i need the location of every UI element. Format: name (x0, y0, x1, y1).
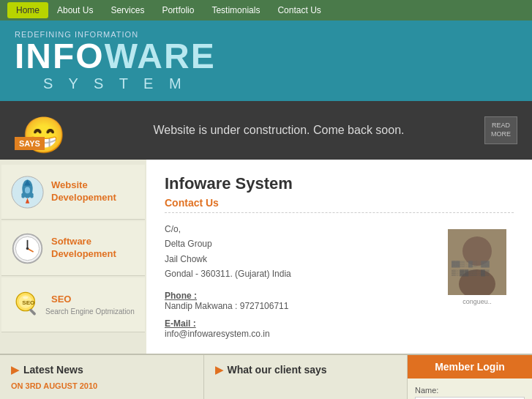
contact-title: Contact Us (165, 197, 514, 213)
svg-rect-4 (30, 193, 34, 198)
logo-area: REDEFINING INFORMATION INFOWARE S Y S T … (15, 30, 216, 92)
seo-icon: SEO (9, 286, 45, 323)
main-info: Infoware System Contact Us C/o, Delta Gr… (146, 160, 532, 354)
banner-emoji-area: SAYS 😁 (15, 105, 73, 156)
nav-contact[interactable]: Contact Us (269, 2, 329, 18)
client-says-title: ▶ What our client says (215, 364, 397, 376)
logo-info: INFO (15, 37, 105, 75)
svg-text:▒░▓▓▒▒░▓▒: ▒░▓▓▒▒░▓▒ (452, 269, 490, 277)
footer: ▶ Latest News ON 3RD AUGUST 2010 ▶ What … (0, 354, 532, 399)
clock-icon (9, 230, 45, 266)
sidebar: WebsiteDevelopement SoftwareDevelopement (0, 160, 146, 354)
svg-point-5 (24, 187, 29, 193)
company-title: Infoware System (165, 174, 514, 193)
name-input[interactable] (415, 397, 525, 399)
nav-testimonials[interactable]: Testimonials (203, 2, 269, 18)
member-login-form: Name: (408, 379, 532, 399)
read-more-button[interactable]: READMORE (484, 116, 517, 143)
sidebar-item-software[interactable]: SoftwareDevelopement (1, 221, 145, 276)
avatar-caption: congueu.. (462, 298, 492, 305)
sidebar-label-website: WebsiteDevelopement (45, 179, 116, 204)
says-tag: SAYS (15, 137, 45, 150)
nav-about[interactable]: About Us (48, 2, 102, 18)
svg-point-11 (26, 247, 29, 250)
logo-main: INFOWARE (15, 39, 216, 74)
client-icon: ▶ (215, 364, 223, 376)
nav-portfolio[interactable]: Portfolio (153, 2, 203, 18)
name-label: Name: (415, 386, 525, 395)
client-says-section: ▶ What our client says (204, 355, 408, 399)
svg-rect-3 (21, 193, 25, 198)
avatar-area: ▓▓▒░▓▒░▓▓ ▒░▓▓▒▒░▓▒ congueu.. (441, 222, 514, 339)
main-content: WebsiteDevelopement SoftwareDevelopement (0, 160, 532, 354)
svg-rect-15 (29, 308, 36, 316)
latest-news-section: ▶ Latest News ON 3RD AUGUST 2010 (0, 355, 204, 399)
nav-services[interactable]: Services (102, 2, 153, 18)
news-date: ON 3RD AUGUST 2010 (11, 381, 192, 390)
rocket-icon (9, 174, 45, 210)
logo-sub: S Y S T E M (15, 75, 216, 92)
sidebar-item-website[interactable]: WebsiteDevelopement (1, 165, 145, 220)
svg-text:SEO: SEO (22, 299, 34, 305)
avatar-image: ▓▓▒░▓▒░▓▓ ▒░▓▓▒▒░▓▒ (448, 229, 506, 295)
member-login-title: Member Login (408, 355, 532, 379)
navigation: Home About Us Services Portfolio Testimo… (0, 0, 532, 20)
sidebar-item-seo[interactable]: SEO SEO Search Engine Optmization (1, 277, 145, 332)
address-text: C/o, Delta Group Jail Chowk Gondal - 360… (165, 222, 441, 282)
latest-news-title: ▶ Latest News (11, 364, 192, 376)
email-block: E-Mail : info@infowaresystem.co.in (165, 318, 441, 339)
news-icon: ▶ (11, 364, 19, 376)
sidebar-label-seo: SEO Search Engine Optmization (45, 294, 135, 316)
header: REDEFINING INFORMATION INFOWARE S Y S T … (0, 20, 532, 101)
logo-ware: WARE (105, 37, 216, 75)
nav-home[interactable]: Home (7, 2, 48, 18)
banner-message: Website is under construction. Come back… (73, 124, 484, 137)
sidebar-label-software: SoftwareDevelopement (45, 236, 116, 261)
banner: SAYS 😁 Website is under construction. Co… (0, 101, 532, 160)
contact-area: C/o, Delta Group Jail Chowk Gondal - 360… (165, 222, 514, 339)
member-login-section: Member Login Name: (408, 355, 532, 399)
phone-block: Phone : Nandip Makwana : 9727106711 (165, 291, 441, 311)
address-block: C/o, Delta Group Jail Chowk Gondal - 360… (165, 222, 441, 339)
svg-text:▓▓▒░▓▒░▓▓: ▓▓▒░▓▒░▓▓ (452, 261, 490, 268)
